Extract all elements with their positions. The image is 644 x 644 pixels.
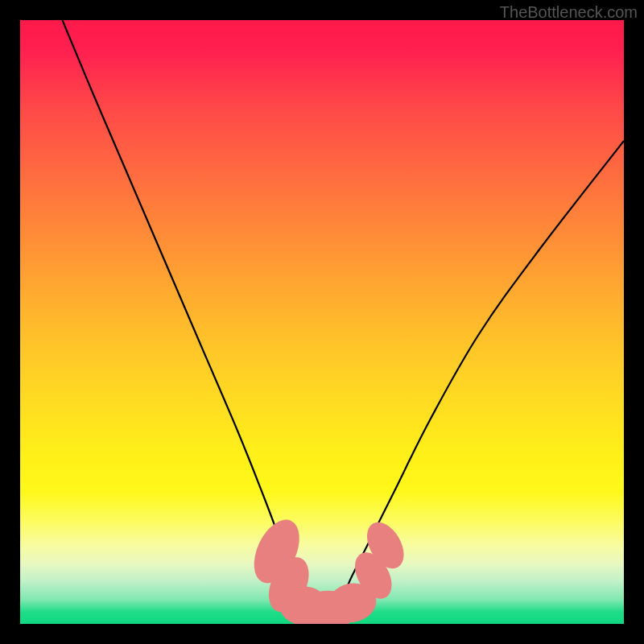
bottleneck-curve: [63, 20, 625, 612]
curve-markers: [245, 513, 411, 624]
watermark-text: TheBottleneck.com: [500, 3, 638, 22]
chart-area: [20, 20, 624, 624]
chart-svg: [20, 20, 624, 624]
